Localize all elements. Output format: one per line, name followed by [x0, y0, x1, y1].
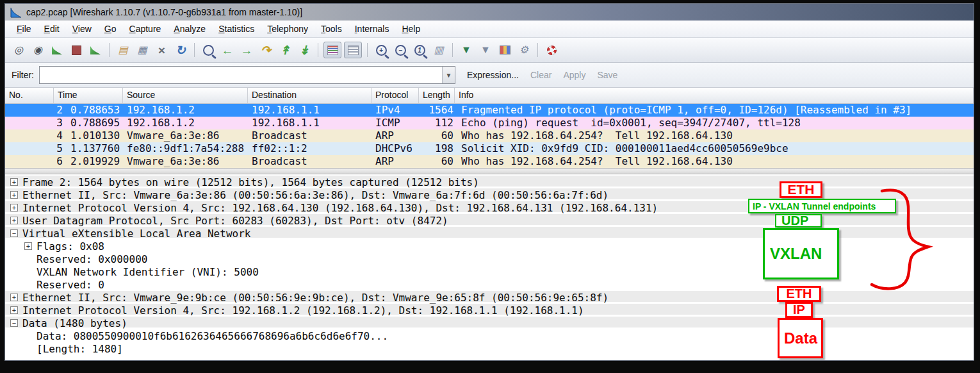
toolbar-glyph: ▥: [434, 45, 443, 55]
find-packet-icon[interactable]: [200, 42, 216, 58]
column-header-protocol[interactable]: Protocol: [372, 88, 419, 103]
colorize-icon[interactable]: [323, 42, 341, 58]
close-file-icon[interactable]: ×: [153, 42, 170, 58]
autoscroll-icon[interactable]: [344, 42, 362, 58]
expander-icon[interactable]: −: [10, 229, 18, 237]
menu-item[interactable]: Help: [395, 22, 427, 36]
cell-time: 1.137760: [67, 142, 123, 155]
detail-line-text: VXLAN Network Identifier (VNI): 5000: [37, 266, 259, 278]
menu-bar: File Edit View Go Capture Analyze Statis…: [5, 21, 974, 38]
menu-item[interactable]: View: [66, 22, 98, 36]
clear-button[interactable]: Clear: [530, 70, 551, 80]
detail-line-text: Ethernet II, Src: Vmware_9e:9b:ce (00:50…: [22, 292, 608, 304]
detail-line[interactable]: Data: 0800550900010f6b616263646566676869…: [5, 329, 974, 342]
detail-line[interactable]: + Ethernet II, Src: Vmware_9e:9b:ce (00:…: [5, 291, 974, 304]
toolbar-zoom-group: +−1▥: [372, 42, 448, 58]
menu-item[interactable]: Tools: [314, 22, 348, 36]
toolbar-glyph: ▼: [461, 45, 471, 55]
column-header-source[interactable]: Source: [123, 88, 248, 103]
restart-capture-icon[interactable]: [87, 42, 104, 58]
cell-info: Who has 192.168.64.254? Tell 192.168.64.…: [456, 129, 974, 142]
cell-protocol: ARP: [372, 155, 420, 168]
detail-line[interactable]: + User Datagram Protocol, Src Port: 6028…: [5, 214, 974, 227]
annotation-udp-box: UDP: [775, 214, 822, 228]
toolbar-separator: [109, 43, 110, 57]
expander-icon[interactable]: +: [24, 242, 32, 250]
menu-item[interactable]: Go: [98, 22, 123, 36]
go-bottom-icon[interactable]: ↡: [296, 42, 313, 58]
save-file-icon[interactable]: ▦: [134, 42, 151, 58]
packet-row[interactable]: 3 0.788695 192.168.1.2 192.168.1.1 ICMP …: [5, 117, 974, 129]
cell-source: fe80::9df1:7a54:288: [123, 142, 248, 155]
toolbar-glyph: [500, 46, 510, 54]
resize-columns-icon[interactable]: ▥: [430, 42, 447, 58]
reload-icon[interactable]: ↻: [172, 42, 189, 58]
go-to-packet-icon[interactable]: ↷: [257, 42, 274, 58]
cell-info: Fragmented IP protocol (proto=ICMP 1, of…: [456, 104, 974, 117]
cell-source: 192.168.1.2: [123, 104, 248, 117]
zoom-out-icon[interactable]: −: [392, 42, 409, 58]
start-capture-icon[interactable]: [49, 42, 65, 58]
title-bar[interactable]: cap2.pcap [Wireshark 1.10.7 (v1.10.7-0-g…: [5, 4, 974, 21]
preferences-icon[interactable]: ⚙: [516, 42, 532, 58]
pane-splitter[interactable]: [5, 168, 974, 174]
zoom-in-icon[interactable]: +: [373, 42, 389, 58]
menu-item[interactable]: Statistics: [212, 22, 261, 36]
toolbar-file-group: ▤▦×↻: [113, 42, 190, 58]
filter-dropdown-arrow-icon[interactable]: ▼: [442, 67, 455, 83]
expression-button[interactable]: Expression...: [467, 70, 519, 80]
detail-line[interactable]: + Frame 2: 1564 bytes on wire (12512 bit…: [5, 176, 974, 188]
detail-line[interactable]: Reserved: 0: [5, 278, 974, 291]
column-header-destination[interactable]: Destination: [248, 88, 372, 103]
column-header-time[interactable]: Time: [54, 88, 123, 103]
go-top-icon[interactable]: ↟: [277, 42, 293, 58]
packet-row[interactable]: 2 0.788653 192.168.1.2 192.168.1.1 IPv4 …: [5, 104, 974, 117]
detail-line-text: Flags: 0x08: [37, 240, 104, 253]
expander-icon[interactable]: +: [10, 178, 18, 186]
packet-row[interactable]: 5 1.137760 fe80::9df1:7a54:288 ff02::1:2…: [5, 142, 974, 155]
toolbar-glyph: [90, 46, 101, 54]
cell-source: Vmware_6a:3e:86: [123, 155, 248, 168]
column-header-length[interactable]: Length: [419, 88, 455, 103]
expander-icon[interactable]: −: [10, 319, 18, 327]
detail-line[interactable]: − Data (1480 bytes): [5, 317, 974, 329]
stop-capture-icon[interactable]: [68, 42, 85, 58]
filter-input[interactable]: [40, 67, 442, 83]
expander-icon[interactable]: +: [10, 306, 18, 314]
menu-item[interactable]: Capture: [123, 22, 168, 36]
save-button[interactable]: Save: [597, 70, 617, 80]
menu-item[interactable]: File: [10, 22, 38, 36]
detail-line-text: Data (1480 bytes): [22, 317, 127, 329]
toolbar-glyph: ▤: [118, 45, 127, 55]
go-back-icon[interactable]: ←: [219, 42, 236, 58]
menu-item[interactable]: Internals: [348, 22, 396, 36]
menu-item[interactable]: Telephony: [261, 22, 314, 36]
wireshark-logo-icon: [10, 7, 22, 18]
menu-item[interactable]: Edit: [38, 22, 66, 36]
expander-icon[interactable]: +: [10, 217, 18, 224]
detail-line[interactable]: + Internet Protocol Version 4, Src: 192.…: [5, 304, 974, 317]
expander-icon[interactable]: +: [10, 294, 18, 301]
capture-filters-icon[interactable]: ▼: [458, 42, 475, 58]
menu-item[interactable]: Analyze: [167, 22, 212, 36]
capture-options-icon[interactable]: ◉: [29, 42, 46, 58]
coloring-rules-icon[interactable]: [496, 42, 513, 58]
apply-button[interactable]: Apply: [563, 70, 585, 80]
column-header-no[interactable]: No.: [5, 88, 54, 103]
expander-icon[interactable]: +: [10, 204, 18, 211]
help-icon[interactable]: [543, 42, 560, 58]
open-file-icon[interactable]: ▤: [115, 42, 131, 58]
detail-line[interactable]: [Length: 1480]: [5, 342, 974, 355]
toolbar-glyph: ↻: [176, 44, 186, 56]
toolbar-glyph: [547, 46, 557, 55]
toolbar-nav-group: ←→↷↟↡: [199, 42, 314, 58]
column-header-info[interactable]: Info: [455, 88, 974, 103]
go-forward-icon[interactable]: →: [238, 42, 255, 58]
list-interfaces-icon[interactable]: ◎: [10, 42, 27, 58]
packet-row[interactable]: 6 2.019929 Vmware_6a:3e:86 Broadcast ARP…: [5, 155, 974, 168]
display-filters-icon[interactable]: ▼: [477, 42, 494, 58]
cell-source: Vmware_6a:3e:86: [123, 129, 248, 142]
expander-icon[interactable]: +: [10, 191, 18, 199]
packet-row[interactable]: 4 1.010130 Vmware_6a:3e:86 Broadcast ARP…: [5, 129, 974, 142]
zoom-100-icon[interactable]: 1: [411, 42, 428, 58]
